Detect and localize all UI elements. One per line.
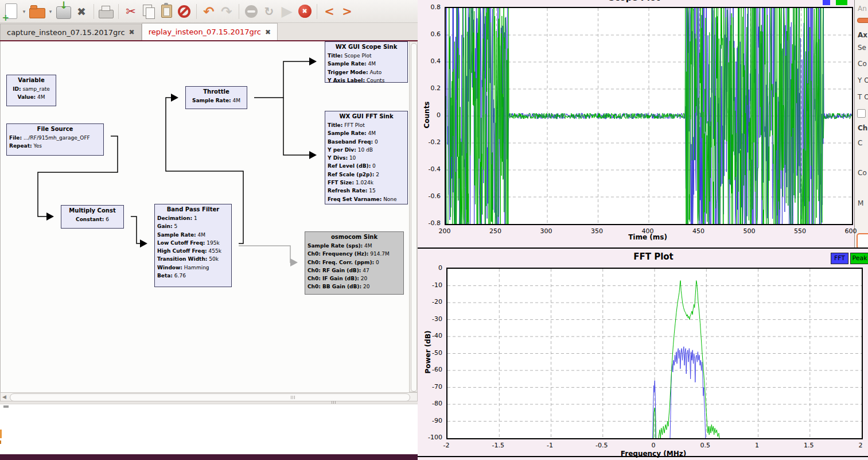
save-button[interactable]: ↓ bbox=[55, 2, 72, 21]
console-mark bbox=[0, 430, 2, 438]
input-port[interactable] bbox=[185, 91, 186, 106]
block-param: Ch0: IF Gain (dB): 20 bbox=[305, 275, 403, 283]
y-tick-label: -60 bbox=[418, 366, 442, 373]
print-button[interactable] bbox=[98, 2, 115, 21]
new-file-icon: + bbox=[5, 3, 17, 19]
plus-icon: + bbox=[2, 14, 10, 22]
output-port[interactable] bbox=[123, 210, 124, 225]
y-tick-label: -50 bbox=[418, 349, 442, 357]
generate-button[interactable]: ↻ bbox=[260, 2, 278, 21]
input-port[interactable] bbox=[154, 237, 155, 252]
block-param: Baseband Freq: 0 bbox=[325, 138, 407, 146]
save-icon: ↓ bbox=[56, 6, 71, 19]
block-param: Ch0: RF Gain (dB): 47 bbox=[305, 266, 403, 275]
tab-label: capture_insteon_07.15.2017grc bbox=[7, 28, 125, 37]
toolbar-separator bbox=[94, 4, 94, 19]
canvas-horizontal-scrollbar[interactable]: ◀ bbox=[0, 392, 418, 401]
input-port[interactable] bbox=[325, 148, 325, 164]
chevron-left-icon: < bbox=[324, 5, 334, 18]
toolbar-separator bbox=[118, 4, 119, 19]
block-osmocom-sink[interactable]: osmocom SinkSample Rate (sps): 4MCh0: Fr… bbox=[305, 231, 404, 295]
block-title: WX GUI Scope Sink bbox=[325, 42, 407, 52]
tab-close-icon[interactable]: ✖ bbox=[129, 28, 135, 36]
panel-button[interactable] bbox=[857, 233, 868, 248]
thumb-grip bbox=[291, 396, 295, 399]
execute-button[interactable]: ▶ bbox=[278, 2, 295, 21]
scrollbar-thumb[interactable] bbox=[411, 43, 417, 392]
console-mark bbox=[0, 440, 1, 444]
output-port[interactable] bbox=[103, 129, 104, 144]
block-param: Beta: 6.76 bbox=[155, 272, 231, 280]
x-tick-label: 200 bbox=[430, 227, 459, 235]
flowgraph-canvas[interactable]: VariableID: samp_rateValue: 4M File Sour… bbox=[0, 41, 409, 392]
y-tick-label: -30 bbox=[418, 315, 442, 323]
arrowhead bbox=[46, 212, 54, 221]
block-param: Trigger Mode: Auto bbox=[325, 68, 407, 76]
delete-button[interactable] bbox=[176, 2, 193, 21]
coupling-label: C bbox=[858, 139, 862, 147]
kill-button[interactable]: ✖ bbox=[296, 2, 313, 21]
input-port[interactable] bbox=[61, 210, 61, 225]
close-file-button[interactable]: ✖ bbox=[73, 2, 90, 21]
input-port[interactable] bbox=[305, 256, 305, 270]
open-file-dropdown[interactable]: ▾ bbox=[46, 2, 55, 21]
block-param: Y Axis Label: Counts bbox=[325, 76, 407, 83]
y-tick-label: -70 bbox=[418, 383, 442, 391]
cut-button[interactable]: ✂ bbox=[122, 2, 139, 21]
back-button[interactable]: < bbox=[321, 2, 338, 21]
output-port[interactable] bbox=[247, 91, 247, 106]
y-tick-label: -10 bbox=[418, 281, 442, 289]
x-tick-label: 600 bbox=[836, 227, 865, 235]
y-tick-label: -0.8 bbox=[418, 219, 441, 227]
block-title: Band Pass Filter bbox=[155, 204, 231, 214]
undo-button[interactable]: ↶ bbox=[200, 2, 217, 21]
arrowhead-disabled bbox=[290, 258, 298, 266]
tab-replay-insteon[interactable]: replay_insteon_07.15.2017grc ✖ bbox=[142, 23, 278, 40]
console-mark bbox=[3, 405, 9, 408]
open-folder-icon bbox=[29, 8, 45, 18]
autorange-checkbox[interactable] bbox=[857, 109, 866, 118]
down-arrow-icon: ↓ bbox=[60, 0, 68, 11]
block-param: High Cutoff Freq: 455k bbox=[155, 247, 231, 255]
play-icon: ▶ bbox=[281, 4, 292, 18]
y-tick-label: -20 bbox=[418, 298, 442, 306]
scrollbar-thumb[interactable] bbox=[10, 393, 410, 401]
block-throttle[interactable]: ThrottleSample Rate: 4M bbox=[185, 86, 247, 109]
tab-capture-insteon[interactable]: capture_insteon_07.15.2017grc ✖ bbox=[0, 24, 142, 40]
output-port[interactable] bbox=[231, 237, 232, 252]
block-band-pass-filter[interactable]: Band Pass FilterDecimation: 1Gain: 5Samp… bbox=[154, 204, 232, 287]
paste-button[interactable] bbox=[158, 2, 175, 21]
block-params: Decimation: 1Gain: 5Sample Rate: 4MLow C… bbox=[155, 214, 231, 280]
scope-plot-window: Scope Plot Counts Time (ms) An Ax Se Co … bbox=[418, 0, 868, 248]
y-tick-label: -100 bbox=[418, 434, 442, 441]
errors-button[interactable] bbox=[243, 2, 260, 21]
block-params: Title: FFT PlotSample Rate: 4MBaseband F… bbox=[325, 121, 407, 203]
block-wx-gui-fft-sink[interactable]: WX GUI FFT SinkTitle: FFT PlotSample Rat… bbox=[325, 111, 408, 204]
t-offset-label: T O bbox=[858, 93, 868, 101]
open-file-button[interactable] bbox=[29, 2, 46, 21]
block-param: Refresh Rate: 15 bbox=[325, 187, 407, 195]
block-variable[interactable]: VariableID: samp_rateValue: 4M bbox=[6, 75, 56, 106]
tab-close-icon[interactable]: ✖ bbox=[265, 28, 271, 36]
scroll-left-icon[interactable]: ◀ bbox=[2, 394, 6, 400]
block-param: Ref Scale (p2p): 2 bbox=[325, 171, 407, 179]
redo-button[interactable]: ↷ bbox=[218, 2, 235, 21]
block-wx-gui-scope-sink[interactable]: WX GUI Scope SinkTitle: Scope PlotSample… bbox=[325, 41, 408, 83]
block-param: Sample Rate (sps): 4M bbox=[305, 242, 403, 250]
y-tick-label: -0.4 bbox=[418, 165, 441, 173]
cut-icon: ✂ bbox=[126, 5, 136, 18]
copy-button[interactable] bbox=[140, 2, 157, 21]
marker-label: M bbox=[858, 199, 863, 207]
y-tick-label: -40 bbox=[418, 332, 442, 339]
y-tick-label: 0 bbox=[418, 111, 441, 119]
channel-options-label: Ch bbox=[858, 124, 867, 132]
forward-button[interactable]: > bbox=[338, 2, 356, 21]
input-port[interactable] bbox=[325, 54, 325, 70]
block-param: Gain: 5 bbox=[155, 222, 231, 230]
analog-alpha-slider[interactable] bbox=[857, 18, 868, 23]
new-file-dropdown[interactable]: ▾ bbox=[20, 2, 28, 21]
new-file-button[interactable]: + bbox=[2, 2, 20, 21]
block-multiply-const[interactable]: Multiply ConstConstant: 6 bbox=[61, 205, 124, 229]
canvas-vertical-scrollbar[interactable] bbox=[409, 41, 418, 392]
block-file-source[interactable]: File SourceFile: .../RF/915mh_garage_OFF… bbox=[6, 123, 104, 156]
